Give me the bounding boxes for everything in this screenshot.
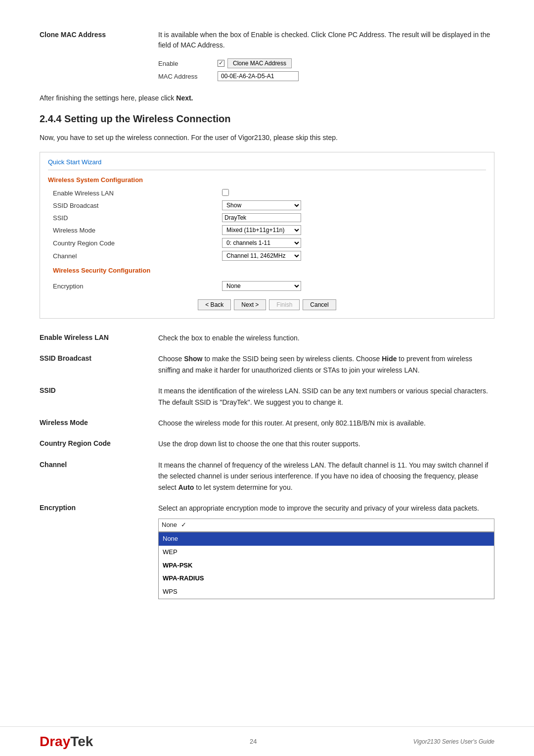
desc-ssid: SSID It means the identification of the … xyxy=(40,385,494,408)
enable-row: Enable Clone MAC Address xyxy=(158,58,494,68)
encryption-select[interactable]: None WEP WPA-PSK WPA-RADIUS WPS xyxy=(222,281,301,291)
desc-label-enable-wireless: Enable Wireless LAN xyxy=(40,332,138,343)
enable-checkbox-wrap: Clone MAC Address xyxy=(218,58,292,68)
wizard-field-ssid-broadcast[interactable]: Show Hide xyxy=(219,199,486,212)
desc-encryption: Encryption Select an appropriate encrypt… xyxy=(40,503,494,599)
enable-wireless-checkbox[interactable] xyxy=(222,189,229,196)
ssid-broadcast-select[interactable]: Show Hide xyxy=(222,200,301,210)
wizard-field-wireless-mode[interactable]: Mixed (11b+11g+11n) xyxy=(219,224,486,236)
encryption-option-wep[interactable]: WEP xyxy=(159,546,494,559)
desc-content-channel: It means the channel of frequency of the… xyxy=(158,460,494,493)
country-region-select[interactable]: 0: channels 1-11 xyxy=(222,238,301,248)
wizard-field-enable-wireless[interactable] xyxy=(219,188,486,199)
wizard-label-wireless-mode: Wireless Mode xyxy=(48,224,219,236)
page-number: 24 xyxy=(250,738,257,745)
intro-paragraph: Now, you have to set up the wireless con… xyxy=(40,133,494,143)
quick-start-wizard-link[interactable]: Quick Start Wizard xyxy=(48,158,486,170)
encryption-option-wpa-psk[interactable]: WPA-PSK xyxy=(159,559,494,572)
desc-ssid-broadcast: SSID Broadcast Choose Show to make the S… xyxy=(40,353,494,376)
wizard-row-ssid: SSID xyxy=(48,212,486,224)
wizard-row-ssid-broadcast: SSID Broadcast Show Hide xyxy=(48,199,486,212)
encryption-current-value: None xyxy=(162,520,177,530)
clone-mac-description: It is available when the box of Enable i… xyxy=(158,30,494,50)
cancel-button[interactable]: Cancel xyxy=(303,299,336,310)
desc-enable-wireless-lan: Enable Wireless LAN Check the box to ena… xyxy=(40,332,494,343)
wizard-field-country-region[interactable]: 0: channels 1-11 xyxy=(219,236,486,249)
desc-content-enable-wireless: Check the box to enable the wireless fun… xyxy=(158,332,494,343)
channel-select[interactable]: Channel 11, 2462MHz xyxy=(222,251,301,261)
desc-label-channel: Channel xyxy=(40,460,138,493)
wizard-field-encryption[interactable]: None WEP WPA-PSK WPA-RADIUS WPS xyxy=(219,280,486,292)
wireless-mode-select[interactable]: Mixed (11b+11g+11n) xyxy=(222,225,301,235)
wizard-row-channel: Channel Channel 11, 2462MHz xyxy=(48,249,486,262)
section-heading: 2.4.4 Setting up the Wireless Connection xyxy=(40,113,494,125)
desc-label-encryption: Encryption xyxy=(40,503,138,599)
wizard-field-ssid[interactable] xyxy=(219,212,486,224)
logo-tek: Tek xyxy=(70,734,93,749)
wizard-row-enable-wireless: Enable Wireless LAN xyxy=(48,188,486,199)
wizard-table: Enable Wireless LAN SSID Broadcast Show … xyxy=(48,188,486,292)
page-footer: DrayTek 24 Vigor2130 Series User's Guide xyxy=(0,726,534,756)
wizard-panel: Quick Start Wizard Wireless System Confi… xyxy=(40,152,494,319)
wizard-row-encryption: Encryption None WEP WPA-PSK WPA-RADIUS W… xyxy=(48,280,486,292)
wizard-label-ssid-broadcast: SSID Broadcast xyxy=(48,199,219,212)
wizard-label-country-region: Country Region Code xyxy=(48,236,219,249)
mac-address-input[interactable] xyxy=(218,71,299,81)
wireless-security-config-title: Wireless Security Configuration xyxy=(48,262,486,280)
wireless-security-title: Wireless Security Configuration xyxy=(53,267,483,274)
desc-content-country-region: Use the drop down list to choose the one… xyxy=(158,438,494,449)
mac-address-row: MAC Address xyxy=(158,71,494,81)
enable-checkbox[interactable] xyxy=(218,60,224,67)
finish-button[interactable]: Finish xyxy=(269,299,300,310)
wizard-row-wireless-mode: Wireless Mode Mixed (11b+11g+11n) xyxy=(48,224,486,236)
desc-content-wireless-mode: Choose the wireless mode for this router… xyxy=(158,418,494,428)
wizard-label-enable-wireless: Enable Wireless LAN xyxy=(48,188,219,199)
wizard-field-channel[interactable]: Channel 11, 2462MHz xyxy=(219,249,486,262)
dropdown-chevron-icon: ✓ xyxy=(181,520,186,530)
wizard-row-country-region: Country Region Code 0: channels 1-11 xyxy=(48,236,486,249)
desc-label-ssid: SSID xyxy=(40,385,138,408)
desc-content-ssid-broadcast: Choose Show to make the SSID being seen … xyxy=(158,353,494,376)
desc-channel: Channel It means the channel of frequenc… xyxy=(40,460,494,493)
wizard-label-channel: Channel xyxy=(48,249,219,262)
desc-country-region: Country Region Code Use the drop down li… xyxy=(40,438,494,449)
clone-mac-fields: Enable Clone MAC Address MAC Address xyxy=(158,58,494,81)
back-button[interactable]: < Back xyxy=(198,299,231,310)
desc-label-wireless-mode: Wireless Mode xyxy=(40,418,138,428)
wizard-row-security-title: Wireless Security Configuration xyxy=(48,262,486,280)
wizard-buttons: < Back Next > Finish Cancel xyxy=(48,299,486,310)
clone-mac-button[interactable]: Clone MAC Address xyxy=(227,58,292,68)
clone-mac-section: Clone MAC Address It is available when t… xyxy=(40,30,494,81)
after-text-static: After finishing the settings here, pleas… xyxy=(40,94,176,102)
ssid-input[interactable] xyxy=(222,213,301,222)
wizard-label-encryption: Encryption xyxy=(48,280,219,292)
guide-title: Vigor2130 Series User's Guide xyxy=(413,738,494,745)
mac-address-label: MAC Address xyxy=(158,73,213,80)
enable-label: Enable xyxy=(158,60,213,67)
clone-mac-content: It is available when the box of Enable i… xyxy=(158,30,494,81)
clone-mac-label: Clone MAC Address xyxy=(40,30,138,81)
wizard-label-ssid: SSID xyxy=(48,212,219,224)
encryption-dropdown-current[interactable]: None ✓ xyxy=(158,519,494,532)
desc-content-encryption: Select an appropriate encryption mode to… xyxy=(158,503,494,599)
encryption-dropdown-options: None WEP WPA-PSK WPA-RADIUS WPS xyxy=(158,532,494,599)
desc-content-ssid: It means the identification of the wirel… xyxy=(158,385,494,408)
desc-label-ssid-broadcast: SSID Broadcast xyxy=(40,353,138,376)
encryption-dropdown-container: None ✓ None WEP WPA-PSK WPA-RADIUS WPS xyxy=(158,519,494,599)
encryption-option-wpa-radius[interactable]: WPA-RADIUS xyxy=(159,572,494,585)
wireless-system-config-title: Wireless System Configuration xyxy=(48,176,486,184)
after-finishing-text: After finishing the settings here, pleas… xyxy=(40,93,494,103)
logo-dray: Dray xyxy=(40,734,70,749)
draytek-logo: DrayTek xyxy=(40,734,93,750)
desc-wireless-mode: Wireless Mode Choose the wireless mode f… xyxy=(40,418,494,428)
desc-label-country-region: Country Region Code xyxy=(40,438,138,449)
after-text-bold: Next. xyxy=(176,94,193,102)
encryption-option-none[interactable]: None xyxy=(159,532,494,546)
next-button[interactable]: Next > xyxy=(234,299,266,310)
encryption-option-wps[interactable]: WPS xyxy=(159,585,494,599)
